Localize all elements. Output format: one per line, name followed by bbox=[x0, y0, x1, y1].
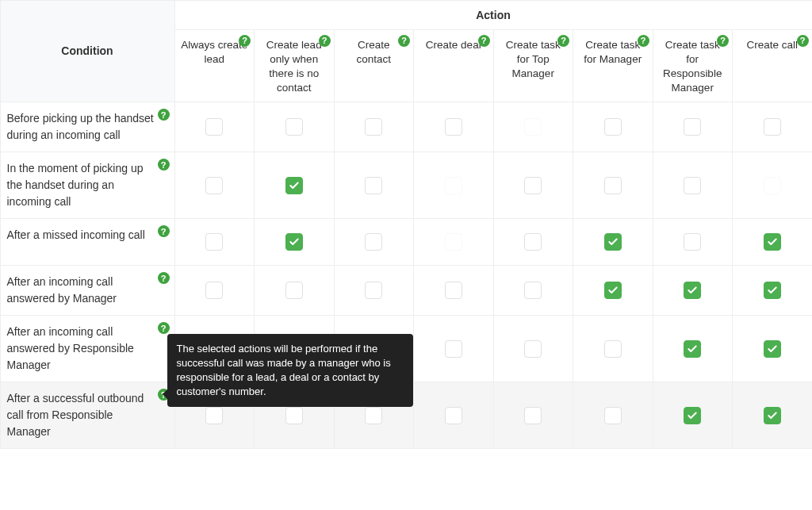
checkbox-after-incoming-responsible-create-task-top-manager[interactable] bbox=[524, 340, 542, 358]
checkbox-before-picking-up-create-call[interactable] bbox=[764, 118, 781, 136]
checkbox-after-missed-create-deal[interactable] bbox=[445, 233, 462, 251]
checkbox-after-incoming-responsible-create-task-manager[interactable] bbox=[604, 340, 622, 358]
help-icon-create-contact[interactable]: ? bbox=[398, 35, 410, 47]
cell-after-missed-create-deal bbox=[413, 218, 494, 266]
column-header-always-create-lead: Always create lead? bbox=[174, 29, 255, 103]
column-header-label: Create task for Responsible Manager bbox=[663, 39, 722, 94]
checkbox-after-incoming-manager-create-contact[interactable] bbox=[365, 282, 382, 299]
cell-after-incoming-manager-create-task-responsible-manager bbox=[653, 265, 733, 316]
cell-moment-picking-up-create-deal bbox=[413, 151, 494, 219]
checkbox-after-missed-create-task-manager[interactable] bbox=[604, 233, 622, 251]
help-icon-create-task-manager[interactable]: ? bbox=[638, 35, 649, 47]
cell-before-picking-up-create-contact bbox=[334, 102, 415, 152]
checkbox-after-incoming-manager-always-create-lead[interactable] bbox=[205, 282, 223, 299]
cell-before-picking-up-always-create-lead bbox=[174, 102, 255, 152]
checkbox-moment-picking-up-create-call[interactable] bbox=[764, 177, 781, 194]
column-header-create-task-top-manager: Create task for Top Manager? bbox=[493, 29, 574, 103]
column-header-label: Always create lead bbox=[181, 39, 247, 65]
checkbox-after-outbound-responsible-create-deal[interactable] bbox=[445, 407, 462, 424]
help-icon-create-task-top-manager[interactable]: ? bbox=[557, 35, 569, 47]
checkbox-after-outbound-responsible-create-task-responsible-manager[interactable] bbox=[684, 407, 701, 424]
cell-moment-picking-up-create-task-manager bbox=[573, 151, 653, 219]
column-header-label: Create deal bbox=[426, 39, 481, 51]
checkbox-moment-picking-up-create-deal[interactable] bbox=[445, 177, 462, 194]
checkbox-after-incoming-manager-create-lead-no-contact[interactable] bbox=[285, 282, 303, 299]
column-header-label: Create task for Top Manager bbox=[506, 39, 561, 79]
checkbox-before-picking-up-create-task-top-manager[interactable] bbox=[524, 118, 542, 136]
checkbox-moment-picking-up-always-create-lead[interactable] bbox=[205, 177, 223, 194]
help-icon-after-incoming-manager[interactable]: ? bbox=[158, 272, 170, 284]
cell-after-missed-create-task-top-manager bbox=[493, 218, 574, 266]
row-header-label: After a successful outbound call from Re… bbox=[7, 390, 157, 440]
checkbox-before-picking-up-create-contact[interactable] bbox=[365, 118, 382, 136]
checkbox-moment-picking-up-create-task-manager[interactable] bbox=[604, 177, 622, 194]
checkbox-before-picking-up-create-task-responsible-manager[interactable] bbox=[684, 118, 701, 136]
checkbox-after-incoming-manager-create-deal[interactable] bbox=[445, 282, 462, 299]
cell-after-incoming-manager-create-lead-no-contact bbox=[254, 265, 335, 316]
cell-after-incoming-responsible-create-task-top-manager bbox=[493, 315, 574, 382]
checkbox-after-incoming-manager-create-task-manager[interactable] bbox=[604, 282, 622, 299]
cell-after-outbound-responsible-create-task-manager bbox=[573, 382, 653, 449]
checkbox-after-outbound-responsible-create-task-top-manager[interactable] bbox=[524, 407, 542, 424]
cell-after-outbound-responsible-create-deal bbox=[413, 382, 494, 449]
column-header-label: Create contact bbox=[356, 39, 391, 65]
checkbox-after-outbound-responsible-create-contact[interactable] bbox=[365, 407, 382, 424]
checkbox-after-missed-create-call[interactable] bbox=[764, 233, 781, 251]
help-icon-before-picking-up[interactable]: ? bbox=[158, 109, 170, 121]
checkbox-moment-picking-up-create-lead-no-contact[interactable] bbox=[285, 177, 303, 194]
header-action-label: Action bbox=[476, 9, 511, 21]
column-header-create-task-responsible-manager: Create task for Responsible Manager? bbox=[653, 29, 733, 103]
checkbox-after-incoming-manager-create-call[interactable] bbox=[764, 282, 781, 299]
column-header-create-task-manager: Create task for Manager? bbox=[573, 29, 653, 103]
cell-after-outbound-responsible-create-task-responsible-manager bbox=[653, 382, 733, 449]
checkbox-after-missed-create-task-responsible-manager[interactable] bbox=[684, 233, 701, 251]
help-icon-create-call[interactable]: ? bbox=[797, 35, 809, 47]
row-header-before-picking-up: Before picking up the handset during an … bbox=[0, 102, 175, 152]
row-header-after-incoming-manager: After an incoming call answered by Manag… bbox=[0, 265, 175, 316]
checkbox-after-outbound-responsible-create-task-manager[interactable] bbox=[604, 407, 622, 424]
checkbox-after-missed-create-lead-no-contact[interactable] bbox=[285, 233, 303, 251]
column-header-label: Create call bbox=[746, 39, 798, 51]
column-header-create-call: Create call? bbox=[732, 29, 812, 103]
checkbox-after-outbound-responsible-create-lead-no-contact[interactable] bbox=[285, 407, 303, 424]
cell-before-picking-up-create-call bbox=[732, 102, 812, 152]
checkbox-before-picking-up-always-create-lead[interactable] bbox=[205, 118, 223, 136]
cell-before-picking-up-create-lead-no-contact bbox=[254, 102, 335, 152]
column-header-label: Create task for Manager bbox=[584, 39, 642, 65]
header-condition-label: Condition bbox=[61, 44, 113, 57]
row-header-label: Before picking up the handset during an … bbox=[7, 110, 157, 144]
cell-after-incoming-responsible-create-task-responsible-manager bbox=[653, 315, 733, 382]
checkbox-after-incoming-responsible-create-deal[interactable] bbox=[445, 340, 462, 358]
checkbox-after-incoming-responsible-create-call[interactable] bbox=[764, 340, 781, 358]
header-condition: Condition bbox=[0, 0, 175, 102]
help-icon-create-deal[interactable]: ? bbox=[478, 35, 490, 47]
help-icon-moment-picking-up[interactable]: ? bbox=[158, 159, 170, 171]
help-icon-create-lead-no-contact[interactable]: ? bbox=[319, 35, 331, 47]
checkbox-after-incoming-responsible-create-task-responsible-manager[interactable] bbox=[684, 340, 701, 358]
cell-moment-picking-up-create-task-responsible-manager bbox=[653, 151, 733, 219]
checkbox-after-missed-always-create-lead[interactable] bbox=[205, 233, 223, 251]
help-icon-always-create-lead[interactable]: ? bbox=[239, 35, 251, 47]
checkbox-after-outbound-responsible-create-call[interactable] bbox=[764, 407, 781, 424]
checkbox-before-picking-up-create-task-manager[interactable] bbox=[604, 118, 622, 136]
row-header-moment-picking-up: In the moment of picking up the handset … bbox=[0, 151, 175, 219]
row-header-label: After an incoming call answered by Manag… bbox=[7, 274, 157, 307]
checkbox-before-picking-up-create-lead-no-contact[interactable] bbox=[285, 118, 303, 136]
checkbox-after-missed-create-task-top-manager[interactable] bbox=[524, 233, 542, 251]
cell-after-incoming-manager-create-task-manager bbox=[573, 265, 653, 316]
cell-after-incoming-manager-create-task-top-manager bbox=[493, 265, 574, 316]
help-icon-after-missed[interactable]: ? bbox=[158, 225, 170, 237]
checkbox-after-missed-create-contact[interactable] bbox=[365, 233, 382, 251]
cell-moment-picking-up-create-call bbox=[732, 151, 812, 219]
checkbox-after-incoming-manager-create-task-responsible-manager[interactable] bbox=[684, 282, 701, 299]
help-icon-create-task-responsible-manager[interactable]: ? bbox=[717, 35, 729, 47]
help-icon-after-incoming-responsible[interactable]: ? bbox=[158, 322, 170, 334]
checkbox-after-outbound-responsible-always-create-lead[interactable] bbox=[205, 407, 223, 424]
checkbox-before-picking-up-create-deal[interactable] bbox=[445, 118, 462, 136]
checkbox-after-incoming-manager-create-task-top-manager[interactable] bbox=[524, 282, 542, 299]
checkbox-moment-picking-up-create-task-responsible-manager[interactable] bbox=[684, 177, 701, 194]
checkbox-moment-picking-up-create-task-top-manager[interactable] bbox=[524, 177, 542, 194]
checkbox-moment-picking-up-create-contact[interactable] bbox=[365, 177, 382, 194]
row-header-label: After an incoming call answered by Respo… bbox=[7, 324, 157, 374]
header-action: Action bbox=[174, 0, 813, 30]
